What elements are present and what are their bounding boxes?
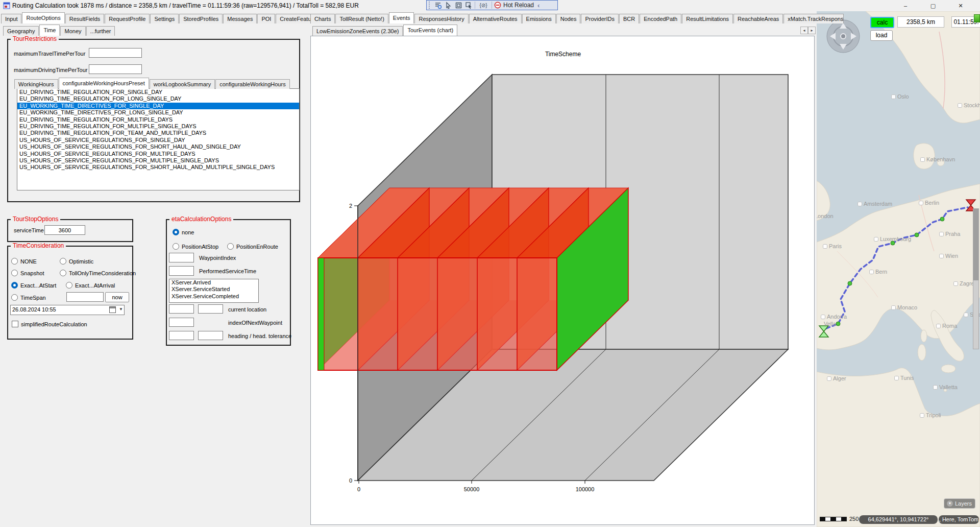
tab-alternativeroutes[interactable]: AlternativeRoutes [469,14,522,23]
list-item[interactable]: US_HOURS_OF_SERVICE_REGULATIONS_FOR_SHOR… [17,143,299,150]
radio-exact-at-start[interactable] [11,282,18,289]
max-travel-time-input[interactable] [89,48,142,58]
tab-tourevents-chart[interactable]: TourEvents (chart) [403,25,457,36]
list-item[interactable]: XServer.ServiceStarted [169,286,258,293]
tab-providerids[interactable]: ProviderIDs [581,14,618,23]
tab-further[interactable]: ...further [86,26,115,36]
map-city-label-stockholm: Stockholm [958,102,980,108]
tab-messages[interactable]: Messages [223,14,257,23]
map-zoom-slider[interactable] [973,208,979,349]
tab-storedprofiles[interactable]: StoredProfiles [179,14,223,23]
tab-reachableareas[interactable]: ReachableAreas [733,14,783,23]
tab-worklogbooksummary[interactable]: workLogbookSummary [150,79,215,89]
tab-money[interactable]: Money [60,26,85,36]
hot-reload-button[interactable]: Hot Reload [494,2,534,9]
timespan-input[interactable] [66,292,104,302]
tab-lowemissionzoneevents-2-30e[interactable]: LowEmissionZoneEvents (2.30e) [312,26,403,36]
tab-poi[interactable]: POI [257,14,275,23]
center-subtab-scroll-left[interactable]: ◂ [800,27,808,34]
close-button[interactable]: ✕ [947,0,974,11]
tab-nodes[interactable]: Nodes [556,14,581,23]
heading-tolerance-input[interactable] [198,331,223,340]
radio-optimistic[interactable] [60,258,66,265]
tab-responseshistory[interactable]: ResponsesHistory [414,14,468,23]
radio-position-at-stop[interactable] [173,243,179,250]
city-icon [891,305,896,310]
minimize-button[interactable]: – [892,0,919,11]
list-item[interactable]: EU_DRIVING_TIME_REGULATION_FOR_MULTIPLE_… [17,116,299,123]
current-location-x-input[interactable] [169,304,194,314]
list-item[interactable]: EU_WORKING_TIME_DIRECTIVES_FOR_LONG_SING… [17,109,299,116]
map-city-label-paris: Paris [823,243,842,249]
max-travel-time-label: maximumTravelTimePerTour [14,51,85,57]
heading-input[interactable] [169,331,194,340]
waypoint-index-input[interactable] [169,253,194,262]
tab-workinghours[interactable]: WorkingHours [14,79,58,89]
toolbar-grip[interactable] [429,2,431,9]
tab-events[interactable]: Events [389,12,414,23]
index-next-waypoint-input[interactable] [169,318,194,327]
tab-configurableworkinghours[interactable]: configurableWorkingHours [215,79,289,89]
radio-exact-at-arrival[interactable] [66,282,72,289]
radio-toll-only[interactable] [60,270,66,276]
now-button[interactable]: now [105,292,129,302]
tab-encodedpath[interactable]: EncodedPath [640,14,681,23]
distance-field[interactable]: 2358,5 km [897,16,944,28]
map-panel[interactable]: OsloStockholmKøbenhavnAmsterdamBerlinLon… [817,11,980,527]
radio-eta-none[interactable] [173,229,179,235]
map-compass-control[interactable] [826,19,860,53]
tab-time[interactable]: Time [39,25,60,36]
list-item[interactable]: EU_DRIVING_TIME_REGULATION_FOR_MULTIPLE_… [17,123,299,130]
load-button[interactable]: load [870,30,893,41]
tab-emissions[interactable]: Emissions [522,14,556,23]
tab-geography[interactable]: Geography [3,26,39,36]
tab-configurableworkinghourspreset[interactable]: configurableWorkingHoursPreset [59,78,149,89]
layers-button[interactable]: ▼ Layers [944,498,975,509]
calc-button[interactable]: calc [870,17,894,28]
maximize-button[interactable]: ▢ [919,0,947,11]
tab-xmatch-trackrespons[interactable]: xMatch.TrackRespons [783,14,844,23]
zoom-slider-thumb[interactable] [973,209,978,280]
map-scale-bar [820,517,847,521]
left-tab-strip: InputRouteOptionsResultFieldsRequestProf… [1,12,314,23]
working-hours-preset-list[interactable]: EU_DRIVING_TIME_REGULATION_FOR_SINGLE_DA… [17,88,300,190]
tab-settings[interactable]: Settings [150,14,179,23]
performed-service-input[interactable] [169,266,194,276]
simplified-route-checkbox[interactable] [12,321,18,327]
select-in-tree-icon[interactable] [464,2,473,9]
tab-requestprofile[interactable]: RequestProfile [105,14,150,23]
list-item[interactable]: EU_DRIVING_TIME_REGULATION_FOR_TEAM_AND_… [17,130,299,136]
list-item[interactable]: US_HOURS_OF_SERVICE_REGULATIONS_FOR_SING… [17,137,299,143]
radio-none[interactable] [11,258,18,265]
show-output-icon[interactable] [434,2,442,9]
tab-resultlimitations[interactable]: ResultLimitations [682,14,733,23]
list-item[interactable]: XServer.ServiceCompleted [169,293,258,300]
current-location-y-input[interactable] [198,304,223,314]
toolbar-overflow-chevron[interactable]: ‹ [536,2,541,9]
radio-position-en-route[interactable] [227,243,234,250]
tab-input[interactable]: Input [1,14,21,23]
select-element-icon[interactable] [444,2,452,9]
list-item[interactable]: EU_WORKING_TIME_DIRECTIVES_FOR_SINGLE_DA… [17,103,299,109]
list-item[interactable]: US_HOURS_OF_SERVICE_REGULATIONS_FOR_SHOR… [17,164,299,171]
xserver-event-list[interactable]: XServer.ArrivedXServer.ServiceStartedXSe… [169,279,259,303]
tab-charts[interactable]: Charts [310,14,335,23]
list-item[interactable]: EU_DRIVING_TIME_REGULATION_FOR_SINGLE_DA… [17,89,299,95]
list-item[interactable]: US_HOURS_OF_SERVICE_REGULATIONS_FOR_MULT… [17,151,299,157]
tab-routeoptions[interactable]: RouteOptions [22,12,64,23]
datetime-picker[interactable]: 26.08.2024 10:55 ▼ [10,305,125,315]
list-item[interactable]: EU_DRIVING_TIME_REGULATION_FOR_LONG_SING… [17,95,299,102]
list-item[interactable]: XServer.Arrived [169,279,258,286]
tab-resultfields[interactable]: ResultFields [65,14,105,23]
radio-snapshot[interactable] [11,270,18,276]
code-changes-icon[interactable]: {⊘} [477,2,489,9]
tab-bcr[interactable]: BCR [619,14,639,23]
center-subtab-scroll-right[interactable]: ▸ [808,27,816,34]
service-time-input[interactable] [44,225,85,235]
list-item[interactable]: US_HOURS_OF_SERVICE_REGULATIONS_FOR_MULT… [17,157,299,164]
radio-timespan[interactable] [11,294,18,301]
display-layout-icon[interactable] [454,2,462,9]
tab-tollresult-netto[interactable]: TollResult (Netto!) [335,14,388,23]
max-driving-time-input[interactable] [89,64,142,74]
tab-createfeatu[interactable]: CreateFeatu [276,14,313,23]
